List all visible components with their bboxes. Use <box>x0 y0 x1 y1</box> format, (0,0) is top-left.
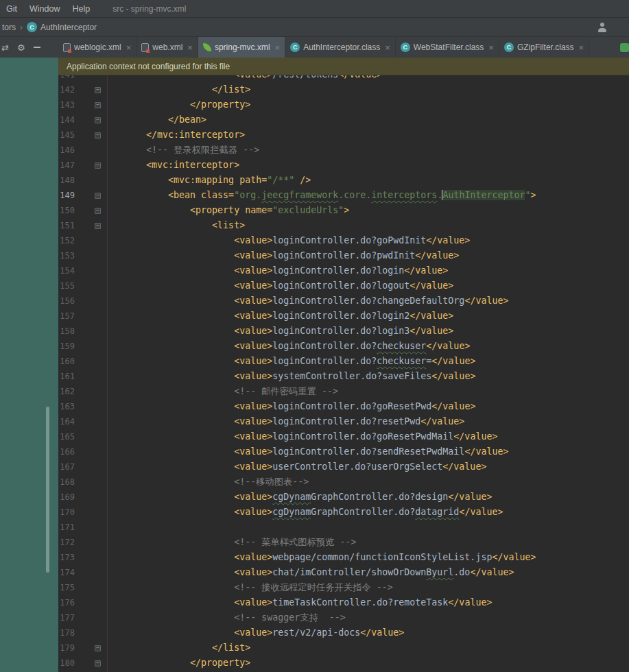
fold-marker-icon[interactable] <box>95 645 101 651</box>
gutter-row: 175 <box>58 580 107 595</box>
hide-panel-icon[interactable] <box>34 47 40 48</box>
project-panel[interactable] <box>0 58 58 672</box>
code-line[interactable]: <value>loginController.do?checkuser</val… <box>58 339 629 354</box>
code-line[interactable]: </property> <box>58 656 629 671</box>
code-line[interactable]: </property> <box>58 97 629 112</box>
code-line[interactable]: <!-- 邮件密码重置 --> <box>58 384 629 399</box>
gutter-row: 144 <box>58 112 107 128</box>
code-line[interactable]: <value>loginController.do?goResetPwd</va… <box>58 399 629 414</box>
line-number: 174 <box>58 565 75 580</box>
fold-marker-icon[interactable] <box>95 223 101 229</box>
line-number: 158 <box>58 324 75 339</box>
code-line[interactable]: <value>cgDynamGraphController.do?datagri… <box>58 505 629 520</box>
gutter-row: 162 <box>58 384 107 399</box>
fold-marker-icon[interactable] <box>95 102 101 108</box>
code-line[interactable]: <value>loginController.do?sendResetPwdMa… <box>58 444 629 459</box>
tab-GZipFilter.class[interactable]: CGZipFilter.class× <box>499 37 589 58</box>
tab-close-icon[interactable]: × <box>126 43 132 53</box>
code-line[interactable]: <value>loginController.do?goResetPwdMail… <box>58 429 629 444</box>
fold-marker-icon[interactable] <box>95 117 101 123</box>
code-line[interactable]: <!-- 接收远程定时任务开关指令 --> <box>58 580 629 595</box>
tab-label: AuthInterceptor.class <box>303 43 380 52</box>
breadcrumb-bar: tors › C AuthInterceptor <box>0 18 629 37</box>
tab-close-icon[interactable]: × <box>488 43 494 53</box>
code-line[interactable]: <value>cgDynamGraphController.do?design<… <box>58 490 629 505</box>
breadcrumb-class[interactable]: AuthInterceptor <box>40 23 97 32</box>
code-line[interactable]: <!--移动图表--> <box>58 475 629 490</box>
gutter-row: 158 <box>58 324 107 339</box>
gutter-row: 150 <box>58 203 107 218</box>
project-scrollbar-thumb[interactable] <box>46 407 49 573</box>
gutter-row: 151 <box>58 218 107 233</box>
line-number: 168 <box>58 475 75 490</box>
gutter-row: 169 <box>58 490 107 505</box>
code-line[interactable]: <mvc:mapping path="/**" /> <box>58 173 629 188</box>
fold-marker-icon[interactable] <box>95 87 101 93</box>
code-line[interactable]: <!-- swagger支持 --> <box>58 610 629 625</box>
gutter-row: 161 <box>58 369 107 384</box>
fold-marker-icon[interactable] <box>95 193 101 199</box>
tab-close-icon[interactable]: × <box>187 43 193 53</box>
code-line[interactable]: <value>loginController.do?changeDefaultO… <box>58 293 629 309</box>
tab-close-icon[interactable]: × <box>275 43 281 53</box>
class-file-icon: C <box>504 43 514 52</box>
gutter-row: 170 <box>58 505 107 520</box>
code-line[interactable]: <!-- 登录权限拦截器 --> <box>58 143 629 158</box>
menu-item-git[interactable]: Git <box>0 4 23 14</box>
main-area: Application context not configured for t… <box>0 58 629 672</box>
tab-close-icon[interactable]: × <box>385 43 390 53</box>
code-line[interactable]: <value>timeTaskController.do?remoteTask<… <box>58 595 629 610</box>
settings-gear-icon[interactable]: ⚙ <box>17 43 25 52</box>
code-line[interactable]: <value>chat/imController/showOrDownByurl… <box>58 565 629 580</box>
code-line[interactable]: <mvc:interceptor> <box>58 158 629 173</box>
code-line[interactable]: <value>loginController.do?login</value> <box>58 263 629 278</box>
switch-view-icon[interactable]: ⇄ <box>1 43 9 52</box>
user-profile-icon[interactable] <box>597 23 607 32</box>
code-line[interactable]: <value>loginController.do?goPwdInit</val… <box>58 233 629 248</box>
code-line[interactable]: <property name="excludeUrls"> <box>58 203 629 218</box>
code-line[interactable]: <value>loginController.do?checkuser=</va… <box>58 354 629 369</box>
tab-weblogic.xml[interactable]: weblogic.xml× <box>58 37 137 58</box>
breadcrumb-truncated[interactable]: tors <box>2 23 16 32</box>
code-line[interactable]: </list> <box>58 640 629 656</box>
gutter-row: 173 <box>58 550 107 565</box>
overflow-tab[interactable] <box>620 37 629 58</box>
tab-AuthInterceptor.class[interactable]: CAuthInterceptor.class× <box>285 37 396 58</box>
gutter-row: 153 <box>58 248 107 263</box>
editor-gutter: 1411421431441451461471481491501511521531… <box>58 67 107 671</box>
menu-item-window[interactable]: Window <box>23 4 66 14</box>
code-line[interactable]: </list> <box>58 82 629 97</box>
line-number: 180 <box>58 656 75 671</box>
code-line[interactable]: <value>userController.do?userOrgSelect</… <box>58 459 629 475</box>
code-line[interactable]: </bean> <box>58 112 629 128</box>
code-line[interactable]: <value>loginController.do?pwdInit</value… <box>58 248 629 263</box>
code-line[interactable]: <value>rest/v2/api-docs</value> <box>58 625 629 640</box>
menu-item-help[interactable]: Help <box>66 4 96 14</box>
fold-marker-icon[interactable] <box>95 208 101 214</box>
tab-label: web.xml <box>152 43 182 52</box>
code-line[interactable]: <list> <box>58 218 629 233</box>
fold-marker-icon[interactable] <box>95 132 101 139</box>
gutter-row: 177 <box>58 610 107 625</box>
code-line[interactable]: <value>loginController.do?login2</value> <box>58 309 629 324</box>
tab-close-icon[interactable]: × <box>579 43 584 53</box>
tab-WebStatFilter.class[interactable]: CWebStatFilter.class× <box>396 37 499 58</box>
code-line[interactable] <box>58 520 629 535</box>
spring-file-icon <box>203 43 211 51</box>
code-line[interactable]: <value>loginController.do?resetPwd</valu… <box>58 414 629 429</box>
code-line[interactable]: <value>loginController.do?logout</value> <box>58 278 629 293</box>
editor-code: <value>/rest/tokens</value> </list> </pr… <box>58 67 629 671</box>
code-line[interactable]: <value>systemController.do?saveFiles</va… <box>58 369 629 384</box>
fold-marker-icon[interactable] <box>95 660 101 667</box>
code-line[interactable]: <value>webpage/common/functionIconStyleL… <box>58 550 629 565</box>
editor[interactable]: Application context not configured for t… <box>58 58 629 672</box>
tab-spring-mvc.xml[interactable]: spring-mvc.xml× <box>198 37 285 58</box>
code-line[interactable]: </mvc:interceptor> <box>58 128 629 143</box>
fold-marker-icon[interactable] <box>95 163 101 169</box>
code-line[interactable]: <value>loginController.do?login3</value> <box>58 324 629 339</box>
code-line[interactable]: <!-- 菜单样式图标预览 --> <box>58 535 629 550</box>
tab-web.xml[interactable]: web.xml× <box>137 37 198 58</box>
code-line[interactable]: <bean class="org.jeecgframework.core.int… <box>58 188 629 203</box>
gutter-row: 149 <box>58 188 107 203</box>
xml-file-icon <box>63 43 71 52</box>
